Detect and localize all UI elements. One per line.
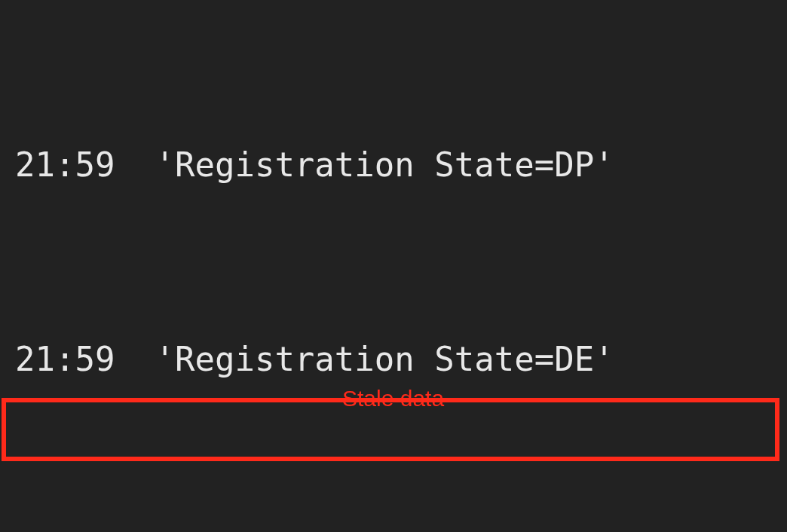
log-message: 'Registration State=DP'	[155, 145, 614, 184]
log-line: 21:59 'Registration State=CT'	[0, 521, 787, 532]
log-time: 21:59	[15, 340, 115, 378]
log-line: 21:59 'Registration State=DP'	[0, 133, 787, 197]
terminal-output: 21:59 'Registration State=DP' 21:59 'Reg…	[0, 0, 787, 532]
stale-data-annotation: Stale data	[342, 366, 444, 431]
log-time: 21:59	[15, 145, 115, 184]
